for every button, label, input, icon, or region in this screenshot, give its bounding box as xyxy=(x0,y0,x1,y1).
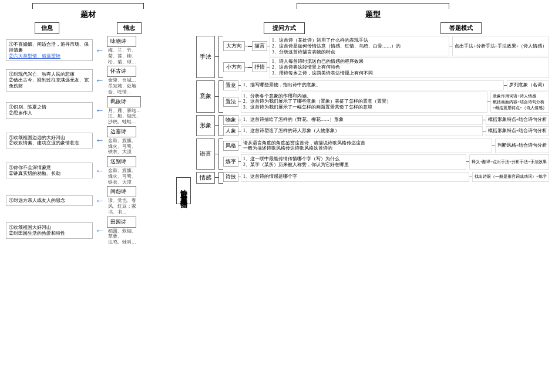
arrow-icon-yongwu: ← xyxy=(93,45,107,56)
sub-label-renxiang: 人象 xyxy=(223,126,238,136)
leaf-answer-fengge: 判断风格+结合诗句分析 xyxy=(495,138,549,154)
child-label-dafangxiang: 大方向 xyxy=(223,41,245,51)
leaf-answer-shiji: 找出诗眼（一般是形容词或动词）+炼字 xyxy=(472,172,549,182)
concept-label-shofa: 手法 xyxy=(196,36,215,78)
concept-children-xingxiang: 物象 1、这首诗描绘了怎样的（野花、柳花……）形象 概括形象特点+结合诗句分析 … xyxy=(223,115,549,136)
leaf-content-shiji: 1、这首诗的情感是哪个字 xyxy=(241,172,469,182)
leaf-content-renxiang: 1、这首诗塑造了怎样的诗人形象（人物形象） xyxy=(241,126,483,136)
center-section: 诗歌鉴赏思维导图 xyxy=(170,3,196,379)
leaf-content-lianzhi: 1、这一联中最能传情传情哪个字（写）为什么 2、某字（某所）历来被人称赞，你认为… xyxy=(241,154,466,170)
sub-label-fengge: 风格 xyxy=(223,141,238,151)
cai-label-songbie: 送别诗 xyxy=(107,156,136,167)
sub-label-shuqing: 抒情 xyxy=(252,62,267,72)
leaf-content-zhifa: 1、分析各个意象的作用和内涵。 2、这首诗为我们展示了了哪些意象（置象）表征了怎… xyxy=(241,92,487,113)
cai-label-col-jilv: 羁旅诗 月、雁、驿站…江、船、烟光、沙鸥、蛙蛙… xyxy=(107,96,141,125)
cai-tags-tianyuan: 稻园、炊烟、草栗、虫鸣、蛙叫… xyxy=(107,228,136,245)
cai-label-guiyuan: 闺怨诗 xyxy=(107,186,136,197)
cai-tags-guiyuan: 读、觉也、春风、红豆；家书、书… xyxy=(107,198,136,215)
list-item: ①欢颂祖国大好河山 ②对田园生活的热爱和特性 ← 田园诗 稻园、炊烟、草栗、虫鸣… xyxy=(6,217,170,245)
list-item: ①对远方亲人或友人的思念 ← 闺怨诗 读、觉也、春风、红豆；家书、书… xyxy=(6,186,170,215)
cai-label-huaigu: 怀古诗 xyxy=(107,66,136,77)
sub-label-shiji: 诗技 xyxy=(223,172,238,182)
concept-children-yixiang: 置意 1、描写哪些景物，指出诗中的意象。 罗列意象（名词） 置法 1、分析各个意… xyxy=(223,80,549,113)
arrow-icon-biansai: ← xyxy=(93,135,107,146)
cai-text-yongwu: ①不喜婚姻、闲适合活，追寻市场、保持清趣 ②六大类型情、追远望轻 xyxy=(6,39,93,61)
arrow-icon-huaigu: ← xyxy=(93,75,107,86)
tixing-title: 题型 xyxy=(196,9,549,20)
leaf-answer-lianzhi: 释义+翻译+点出手法+分析手法+手法效果 xyxy=(469,154,549,170)
leaf-answer-zhifa: 意象作用词语+诗人情感概括画面内容+结合诗句分析+概括置景特点+（诗人情感） xyxy=(490,92,549,113)
caicai-sub-headers: 信息 情志 xyxy=(6,22,170,34)
cai-text-jilv: ①识别、陈夏之情 ②思乡作人 xyxy=(6,102,93,119)
leaf-answer-miaoxie: 点出手法+分析手法+手法效果+（诗人情感） xyxy=(452,36,549,56)
cai-tags-jilv: 月、雁、驿站…江、船、烟光、沙鸥、蛙蛙… xyxy=(107,108,141,125)
diagram-wrapper: 题材 信息 情志 ①不喜婚姻、闲适合活，追寻市场、保持清趣 ②六大类型情、追远望… xyxy=(6,3,549,379)
list-item: ①对现代兴亡、独有人民的悲痛 ②借出古今、回到过往充满远元友、宽免伤财 ← 怀古… xyxy=(6,66,170,94)
child-row-xiaofangxiang: 小方向 抒情 1、诗人每首诗时流送自已的情感的程序效果 2、这首诗将这段情景上有… xyxy=(223,57,549,77)
tixing-sub-headers: 提问方式 答题模式 xyxy=(196,22,549,34)
list-item: ①欢颂祖国边远的大好河山 ②欢欢情素、建功立业的豪情壮志 ← 边塞诗 金鼓、旌旗… xyxy=(6,126,170,155)
cai-label-tianyuan: 田园诗 xyxy=(107,217,136,228)
caicai-items: ①不喜婚姻、闲适合活，追寻市场、保持清趣 ②六大类型情、追远望轻 ← 咏物诗 梅… xyxy=(6,36,170,245)
cai-label-biansai: 边塞诗 xyxy=(107,126,136,137)
sub-label-zhifa: 置法 xyxy=(223,97,238,107)
sub-label-miaoxie: 描言 xyxy=(252,41,267,51)
arrow-icon-songbie: ← xyxy=(93,165,107,176)
leaf-content-miaoxie: 1、这首诗（某处诗）运用了什么样的表现手法 2、这首诗是如何传情达意（情感、红情… xyxy=(270,36,449,56)
sub-label-zhiyi: 置意 xyxy=(223,80,238,90)
sub-label-wuxiang: 物象 xyxy=(223,115,238,125)
leaf-answer-wuxiang: 概括形象特点+结合诗句分析 xyxy=(486,115,549,125)
cai-label-col-tianyuan: 田园诗 稻园、炊烟、草栗、虫鸣、蛙叫… xyxy=(107,217,136,245)
leaf-answer-renxiang: 概括形象特点+结合诗句分析 xyxy=(486,126,549,136)
arrow-icon-jilv: ← xyxy=(93,105,107,116)
arrow-icon-tianyuan: ← xyxy=(93,225,107,236)
cai-tags-songbie: 金鼓、旌旗、烽火、弓弩、铁衣、大漠 xyxy=(107,168,136,185)
list-item: ①识别、陈夏之情 ②思乡作人 ← 羁旅诗 月、雁、驿站…江、船、烟光、沙鸥、蛙蛙… xyxy=(6,96,170,125)
list-item: ①不喜婚姻、闲适合活，追寻市场、保持清趣 ②六大类型情、追远望轻 ← 咏物诗 梅… xyxy=(6,36,170,65)
concept-children-shofa: 大方向 描言 1、这首诗（某处诗）运用了什么样的表现手法 2、这首诗是如何传情达… xyxy=(223,36,549,78)
tixing-sub-hdr-datie: 答题模式 xyxy=(440,22,482,34)
child-row-dafangxiang: 大方向 描言 1、这首诗（某处诗）运用了什么样的表现手法 2、这首诗是如何传情达… xyxy=(223,36,549,56)
cai-text-huaigu: ①对现代兴亡、独有人民的悲痛 ②借出古今、回到过往充满远元友、宽免伤财 xyxy=(6,69,93,91)
caicai-sub-header-qingzhi: 情志 xyxy=(117,22,142,34)
sub-label-lianzhi: 炼字 xyxy=(223,157,238,167)
cai-text-tianyuan: ①欢颂祖国大好河山 ②对田园生活的热爱和特性 xyxy=(6,222,93,239)
concept-children-yuyan: 风格 请从语言角度的角度鉴赏这首诗，请描说诗歌风格传达这首一般为描述诗歌风格传达… xyxy=(223,138,549,170)
cai-label-col-huaigu: 怀古诗 金陵、台城…尽知城、处地合、吃情… xyxy=(107,66,136,94)
concept-row-xingxiang: 形象 物象 1、这首诗描绘了怎样的（野花、柳花……）形象 概括形象特点+结合诗句… xyxy=(196,115,549,136)
concept-row-qinggan: 情感 诗技 1、这首诗的情感是哪个字 找出诗眼（一般是形容词或动词）+炼字 xyxy=(196,172,549,184)
leaf-answer-zhiyi: 罗列意象（名词） xyxy=(507,80,549,90)
cai-label-col-biansai: 边塞诗 金鼓、旌旗、烽火、弓弩、铁衣、大漠 xyxy=(107,126,136,155)
cai-label-yongwu: 咏物诗 xyxy=(107,36,136,47)
tixing-title-area: 题型 xyxy=(196,3,549,20)
cai-tags-biansai: 金鼓、旌旗、烽火、弓弩、铁衣、大漠 xyxy=(107,138,136,155)
cai-tags-yongwu: 梅、兰、竹、菊、莲、柳、松、菊、球… xyxy=(107,48,136,65)
concept-children-qinggan: 诗技 1、这首诗的情感是哪个字 找出诗眼（一般是形容词或动词）+炼字 xyxy=(223,172,549,184)
center-title: 诗歌鉴赏思维导图 xyxy=(176,177,191,204)
list-item: ①你你不会深情蒙意 ②讲真实切的劝勉、长劲 ← 送别诗 金鼓、旌旗、烽火、弓弩、… xyxy=(6,156,170,185)
tixing-sub-hdr-tiwen: 提问方式 xyxy=(264,22,305,34)
caicai-title: 题材 xyxy=(6,9,170,20)
caicai-sub-header-xinxi: 信息 xyxy=(35,22,59,34)
concept-label-xingxiang: 形象 xyxy=(196,115,215,136)
caicai-title-area: 题材 xyxy=(6,3,170,20)
leaf-content-shuqing: 1、诗人每首诗时流送自已的情感的程序效果 2、这首诗将这段情景上有何特色 3、用… xyxy=(270,57,549,77)
leaf-content-fengge: 请从语言角度的角度鉴赏这首诗，请描说诗歌风格传达这首一般为描述诗歌风格传达诗歌风… xyxy=(241,138,492,154)
concept-label-yixiang: 意象 xyxy=(196,80,215,113)
tixing-section: 题型 提问方式 答题模式 手法 大方向 xyxy=(196,3,549,379)
cai-tags-huaigu: 金陵、台城…尽知城、处地合、吃情… xyxy=(107,77,136,94)
concept-row-yuyan: 语言 风格 请从语言角度的角度鉴赏这首诗，请描说诗歌风格传达这首一般为描述诗歌风… xyxy=(196,138,549,170)
cai-text-biansai: ①欢颂祖国边远的大好河山 ②欢欢情素、建功立业的豪情壮志 xyxy=(6,133,93,149)
concept-label-yuyan: 语言 xyxy=(196,138,215,170)
arrow-icon-guiyuan: ← xyxy=(93,195,107,206)
concept-row-shofa: 手法 大方向 描言 xyxy=(196,36,549,78)
concept-label-qinggan: 情感 xyxy=(196,172,215,184)
child-label-xiaofangxiang: 小方向 xyxy=(223,62,245,72)
cai-text-songbie: ①你你不会深情蒙意 ②讲真实切的劝勉、长劲 xyxy=(6,163,93,179)
cai-text-guiyuan: ①对远方亲人或友人的思念 xyxy=(6,195,93,206)
caicai-section: 题材 信息 情志 ①不喜婚姻、闲适合活，追寻市场、保持清趣 ②六大类型情、追远望… xyxy=(6,3,170,379)
cai-label-col-yongwu: 咏物诗 梅、兰、竹、菊、莲、柳、松、菊、球… xyxy=(107,36,136,65)
cai-label-col-songbie: 送别诗 金鼓、旌旗、烽火、弓弩、铁衣、大漠 xyxy=(107,156,136,185)
leaf-content-wuxiang: 1、这首诗描绘了怎样的（野花、柳花……）形象 xyxy=(241,115,483,125)
cai-label-col-guiyuan: 闺怨诗 读、觉也、春风、红豆；家书、书… xyxy=(107,186,136,215)
